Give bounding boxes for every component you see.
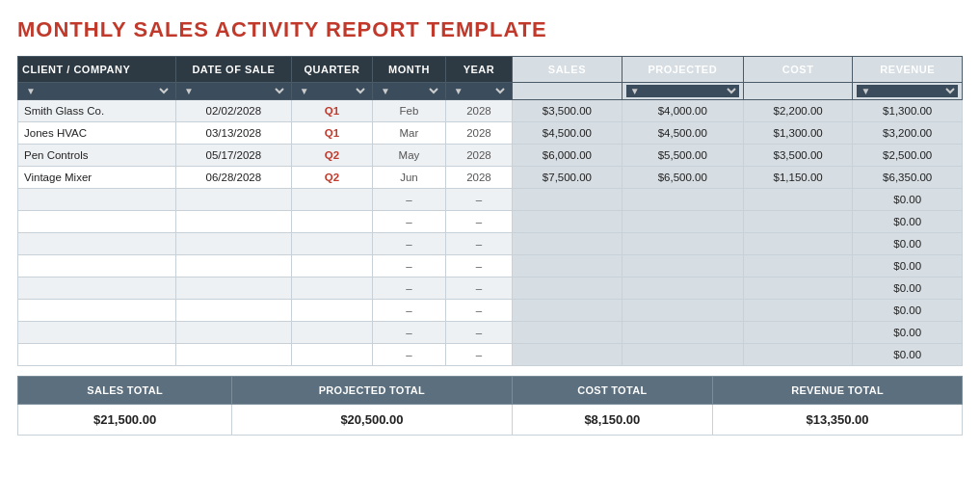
summary-sales-header: SALES TOTAL bbox=[18, 377, 232, 405]
cell-sales: $3,500.00 bbox=[513, 100, 622, 122]
cell-revenue: $0.00 bbox=[853, 189, 963, 211]
cell-year: – bbox=[445, 322, 512, 344]
cell-quarter: Q1 bbox=[291, 100, 372, 122]
filter-year-select[interactable]: ▼ bbox=[450, 85, 508, 97]
cell-month: – bbox=[373, 255, 446, 277]
cell-year: 2028 bbox=[445, 167, 512, 189]
cell-client: Vintage Mixer bbox=[18, 167, 176, 189]
cell-revenue: $0.00 bbox=[853, 255, 963, 277]
cell-client bbox=[18, 211, 176, 233]
cell-projected bbox=[622, 344, 743, 366]
cell-projected: $5,500.00 bbox=[622, 145, 743, 167]
cell-sales bbox=[513, 300, 622, 322]
cell-sales bbox=[513, 189, 622, 211]
table-row: – – $0.00 bbox=[18, 211, 963, 233]
cell-cost: $3,500.00 bbox=[743, 145, 853, 167]
filter-projected[interactable]: ▼ bbox=[622, 83, 743, 100]
filter-month[interactable]: ▼ bbox=[373, 83, 446, 100]
cell-revenue: $0.00 bbox=[853, 300, 963, 322]
cell-quarter bbox=[291, 322, 372, 344]
cell-month: – bbox=[373, 277, 446, 300]
cell-date: 02/02/2028 bbox=[176, 100, 292, 122]
cell-month: – bbox=[373, 322, 446, 344]
filter-quarter-select[interactable]: ▼ bbox=[296, 85, 368, 97]
cell-year: 2028 bbox=[445, 122, 512, 145]
cell-cost bbox=[743, 211, 853, 233]
col-cost-header: COST bbox=[743, 57, 853, 83]
col-sales-header: SALES bbox=[513, 57, 622, 83]
col-client-header: CLIENT / COMPANY bbox=[18, 57, 176, 83]
cell-sales bbox=[513, 277, 622, 300]
filter-client[interactable]: ▼ bbox=[18, 83, 176, 100]
cell-quarter: Q1 bbox=[291, 122, 372, 145]
cell-cost: $1,300.00 bbox=[743, 122, 853, 145]
summary-revenue-value: $13,350.00 bbox=[713, 405, 963, 436]
table-row: – – $0.00 bbox=[18, 344, 963, 366]
summary-cost-value: $8,150.00 bbox=[512, 405, 712, 436]
filter-client-select[interactable]: ▼ bbox=[22, 85, 172, 97]
filter-quarter[interactable]: ▼ bbox=[291, 83, 372, 100]
cell-date: 03/13/2028 bbox=[176, 122, 292, 145]
cell-client bbox=[18, 277, 176, 300]
cell-projected bbox=[622, 255, 743, 277]
table-row: Jones HVAC 03/13/2028 Q1 Mar 2028 $4,500… bbox=[18, 122, 963, 145]
cell-date bbox=[176, 322, 292, 344]
summary-values-row: $21,500.00 $20,500.00 $8,150.00 $13,350.… bbox=[18, 405, 963, 436]
filter-revenue-select[interactable]: ▼ bbox=[857, 85, 958, 97]
main-table: CLIENT / COMPANY DATE OF SALE QUARTER MO… bbox=[17, 56, 963, 366]
cell-cost bbox=[743, 300, 853, 322]
cell-quarter: Q2 bbox=[291, 145, 372, 167]
filter-revenue[interactable]: ▼ bbox=[853, 83, 963, 100]
cell-projected: $4,000.00 bbox=[622, 100, 743, 122]
cell-cost: $1,150.00 bbox=[743, 167, 853, 189]
cell-cost bbox=[743, 322, 853, 344]
cell-date bbox=[176, 211, 292, 233]
cell-revenue: $1,300.00 bbox=[853, 100, 963, 122]
col-quarter-header: QUARTER bbox=[291, 57, 372, 83]
cell-sales bbox=[513, 233, 622, 255]
table-body: Smith Glass Co. 02/02/2028 Q1 Feb 2028 $… bbox=[18, 100, 963, 366]
cell-quarter bbox=[291, 300, 372, 322]
cell-cost bbox=[743, 255, 853, 277]
filter-month-select[interactable]: ▼ bbox=[377, 85, 441, 97]
cell-projected bbox=[622, 322, 743, 344]
cell-revenue: $0.00 bbox=[853, 277, 963, 300]
cell-revenue: $2,500.00 bbox=[853, 145, 963, 167]
cell-cost bbox=[743, 344, 853, 366]
cell-projected bbox=[622, 189, 743, 211]
table-row: Vintage Mixer 06/28/2028 Q2 Jun 2028 $7,… bbox=[18, 167, 963, 189]
filter-projected-select[interactable]: ▼ bbox=[626, 85, 739, 97]
cell-date: 05/17/2028 bbox=[176, 145, 292, 167]
cell-sales bbox=[513, 322, 622, 344]
cell-year: 2028 bbox=[445, 100, 512, 122]
summary-section: SALES TOTAL PROJECTED TOTAL COST TOTAL R… bbox=[17, 376, 963, 436]
filter-date-select[interactable]: ▼ bbox=[180, 85, 287, 97]
header-row: CLIENT / COMPANY DATE OF SALE QUARTER MO… bbox=[18, 57, 963, 83]
cell-year: – bbox=[445, 300, 512, 322]
cell-month: – bbox=[373, 300, 446, 322]
cell-revenue: $0.00 bbox=[853, 322, 963, 344]
filter-date[interactable]: ▼ bbox=[176, 83, 292, 100]
cell-client bbox=[18, 344, 176, 366]
cell-cost bbox=[743, 189, 853, 211]
cell-quarter bbox=[291, 233, 372, 255]
cell-sales bbox=[513, 211, 622, 233]
cell-sales bbox=[513, 344, 622, 366]
cell-quarter: Q2 bbox=[291, 167, 372, 189]
table-row: – – $0.00 bbox=[18, 233, 963, 255]
table-row: – – $0.00 bbox=[18, 189, 963, 211]
cell-date bbox=[176, 300, 292, 322]
cell-month: Feb bbox=[373, 100, 446, 122]
cell-client bbox=[18, 233, 176, 255]
table-row: Pen Controls 05/17/2028 Q2 May 2028 $6,0… bbox=[18, 145, 963, 167]
cell-month: – bbox=[373, 344, 446, 366]
table-row: Smith Glass Co. 02/02/2028 Q1 Feb 2028 $… bbox=[18, 100, 963, 122]
page-title: MONTHLY SALES ACTIVITY REPORT TEMPLATE bbox=[17, 17, 963, 42]
cell-date bbox=[176, 344, 292, 366]
cell-date bbox=[176, 277, 292, 300]
filter-year[interactable]: ▼ bbox=[445, 83, 512, 100]
cell-client: Jones HVAC bbox=[18, 122, 176, 145]
cell-month: Jun bbox=[373, 167, 446, 189]
cell-quarter bbox=[291, 255, 372, 277]
cell-projected bbox=[622, 300, 743, 322]
